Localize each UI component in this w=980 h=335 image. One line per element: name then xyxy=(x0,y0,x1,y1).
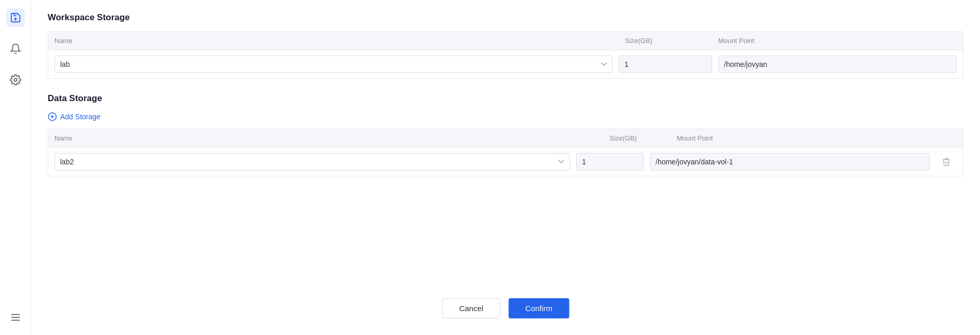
footer-actions: Cancel Confirm xyxy=(442,298,569,318)
add-storage-button[interactable]: Add Storage xyxy=(48,112,101,121)
svg-point-0 xyxy=(14,78,17,81)
workspace-storage-row: lab xyxy=(48,50,963,79)
main-content: Workspace Storage Name Size(GB) Mount Po… xyxy=(31,0,980,335)
ds-col-size: Size(GB) xyxy=(609,134,677,142)
workspace-storage-title: Workspace Storage xyxy=(48,12,963,23)
workspace-storage-header: Name Size(GB) Mount Point xyxy=(48,31,963,50)
ds-col-mount: Mount Point xyxy=(677,134,957,142)
sidebar xyxy=(0,0,31,335)
ws-col-name: Name xyxy=(54,37,625,45)
workspace-size-input[interactable] xyxy=(619,55,712,73)
ws-col-mount: Mount Point xyxy=(718,37,957,45)
sidebar-icon-notifications[interactable] xyxy=(6,39,25,58)
add-storage-label: Add Storage xyxy=(60,113,101,121)
workspace-mount-input[interactable] xyxy=(718,55,957,73)
data-size-input[interactable] xyxy=(576,153,644,171)
sidebar-icon-lab[interactable] xyxy=(6,8,25,27)
delete-row-button[interactable] xyxy=(936,155,957,169)
data-mount-input[interactable] xyxy=(650,153,930,171)
data-storage-header: Name Size(GB) Mount Point xyxy=(48,129,963,148)
workspace-storage-section: Workspace Storage Name Size(GB) Mount Po… xyxy=(48,12,963,79)
ds-col-name: Name xyxy=(54,134,609,142)
ws-col-size: Size(GB) xyxy=(625,37,718,45)
data-storage-title: Data Storage xyxy=(48,93,963,104)
data-name-select[interactable]: lab2 xyxy=(54,153,570,171)
sidebar-icon-menu[interactable] xyxy=(6,308,25,327)
sidebar-icon-settings[interactable] xyxy=(6,71,25,89)
workspace-name-select[interactable]: lab xyxy=(54,55,613,73)
data-storage-section: Data Storage Add Storage Name Size(GB) M… xyxy=(48,93,963,176)
data-storage-row: lab2 xyxy=(48,148,963,176)
cancel-button[interactable]: Cancel xyxy=(442,298,501,318)
plus-circle-icon xyxy=(48,112,57,121)
confirm-button[interactable]: Confirm xyxy=(509,298,570,318)
